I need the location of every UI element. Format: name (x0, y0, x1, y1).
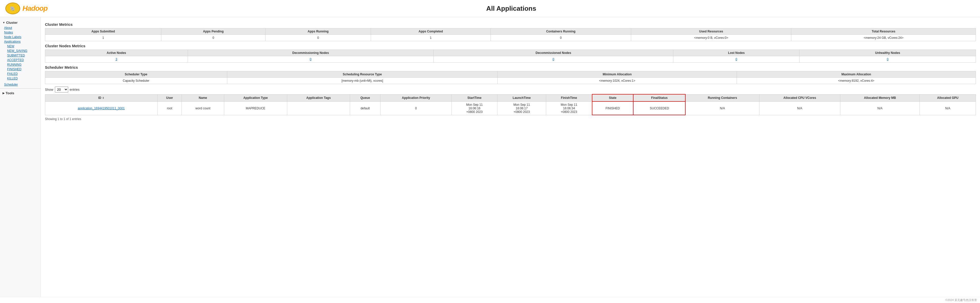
sidebar-item-running[interactable]: RUNNING (0, 62, 41, 67)
cell-id[interactable]: application_1694419501011_0001 (45, 101, 158, 115)
sidebar-item-scheduler[interactable]: Scheduler (0, 82, 41, 87)
sidebar-item-applications[interactable]: Applications (0, 39, 41, 44)
sidebar-item-nodes[interactable]: Nodes (0, 30, 41, 35)
applications-table-wrapper: ID ⇕ User Name Application Type Applicat… (45, 94, 976, 115)
cluster-nodes-table: Active Nodes Decommissioning Nodes Decom… (45, 49, 976, 62)
content-area: Cluster Metrics Apps Submitted Apps Pend… (41, 17, 980, 297)
th-final-status: FinalStatus (633, 94, 685, 101)
th-app-type: Application Type (224, 94, 287, 101)
sidebar-item-accepted[interactable]: ACCEPTED (0, 58, 41, 62)
cluster-metrics-table: Apps Submitted Apps Pending Apps Running… (45, 28, 976, 41)
th-finish-time: FinishTime (546, 94, 592, 101)
main-layout: ▼ Cluster About Nodes Node Labels Applic… (0, 17, 980, 297)
cell-finish-time: Mon Sep 11 16:06:34 +0800 2023 (546, 101, 592, 115)
val-apps-pending: 0 (161, 35, 266, 41)
col-used-resources: Used Resources (631, 28, 791, 35)
app-table-header-row: ID ⇕ User Name Application Type Applicat… (45, 94, 976, 101)
sidebar-item-new[interactable]: NEW (0, 44, 41, 49)
cluster-triangle-icon: ▼ (3, 21, 5, 24)
header: 🐘 Hadoop All Applications (0, 0, 980, 17)
scheduler-metrics-row: Capacity Scheduler [memory-mb (unit=Mi),… (45, 78, 976, 84)
val-scheduler-type: Capacity Scheduler (45, 78, 227, 84)
sidebar-item-finished[interactable]: FINISHED (0, 67, 41, 72)
sidebar-item-about[interactable]: About (0, 26, 41, 30)
th-app-tags: Application Tags (287, 94, 350, 101)
cluster-nodes-title: Cluster Nodes Metrics (45, 44, 976, 48)
cell-launch-time: Mon Sep 11 16:06:17 +0800 2023 (497, 101, 546, 115)
scheduler-metrics-title: Scheduler Metrics (45, 65, 976, 70)
cluster-label: Cluster (6, 21, 18, 24)
cluster-metrics-title: Cluster Metrics (45, 22, 976, 27)
th-running-containers: Running Containers (685, 94, 759, 101)
th-alloc-cpu: Allocated CPU VCores (759, 94, 840, 101)
cell-name: word count (182, 101, 224, 115)
th-state: State (592, 94, 633, 101)
val-used-resources: <memory:0 B, vCores:0> (631, 35, 791, 41)
val-max-allocation: <memory:8192, vCores:4> (737, 78, 976, 84)
copyright-text: ©2024 某无趣号杰汉有害 (945, 298, 977, 301)
th-launch-time: LaunchTime (497, 94, 546, 101)
sidebar: ▼ Cluster About Nodes Node Labels Applic… (0, 17, 41, 297)
page-title: All Applications (48, 5, 975, 13)
th-user: User (157, 94, 182, 101)
th-alloc-gpu: Allocated GPU (920, 94, 976, 101)
sidebar-item-killed[interactable]: KILLED (0, 76, 41, 81)
val-total-resources: <memory:24 GB, vCores:24> (791, 35, 976, 41)
val-decommissioned-nodes[interactable]: 0 (434, 56, 673, 62)
col-apps-submitted: Apps Submitted (45, 28, 161, 35)
tools-label: Tools (6, 91, 14, 95)
col-total-resources: Total Resources (791, 28, 976, 35)
tools-section: ▶ Tools (0, 90, 41, 96)
cell-alloc-gpu: N/A (920, 101, 976, 115)
th-alloc-mem: Allocated Memory MB (840, 94, 920, 101)
cell-alloc-cpu: N/A (759, 101, 840, 115)
cell-alloc-mem: N/A (840, 101, 920, 115)
th-id[interactable]: ID ⇕ (45, 94, 158, 101)
val-apps-completed: 1 (371, 35, 490, 41)
hadoop-logo-text: Hadoop (22, 4, 48, 13)
val-unhealthy-nodes[interactable]: 0 (799, 56, 976, 62)
cell-state: FINISHED (592, 101, 633, 115)
sort-arrow-icon: ⇕ (102, 97, 104, 99)
val-active-nodes[interactable]: 3 (45, 56, 188, 62)
cluster-nodes-row: 3 0 0 0 0 (45, 56, 976, 62)
val-scheduling-resource-type: [memory-mb (unit=Mi), vcores] (227, 78, 498, 84)
sidebar-item-node-labels[interactable]: Node Labels (0, 35, 41, 39)
col-unhealthy-nodes: Unhealthy Nodes (799, 50, 976, 56)
col-apps-pending: Apps Pending (161, 28, 266, 35)
val-min-allocation: <memory:1024, vCores:1> (498, 78, 737, 84)
col-apps-running: Apps Running (265, 28, 371, 35)
entries-select[interactable]: 10 20 25 50 100 (55, 87, 68, 92)
cluster-section-header[interactable]: ▼ Cluster (0, 20, 41, 26)
col-min-allocation: Minimum Allocation (498, 71, 737, 78)
th-name: Name (182, 94, 224, 101)
hadoop-logo-icon: 🐘 (5, 2, 21, 15)
th-queue: Queue (350, 94, 380, 101)
col-active-nodes: Active Nodes (45, 50, 188, 56)
col-scheduler-type: Scheduler Type (45, 71, 227, 78)
val-containers-running: 0 (490, 35, 631, 41)
val-decommissioning-nodes[interactable]: 0 (188, 56, 434, 62)
cell-priority: 0 (380, 101, 452, 115)
sidebar-item-new-saving[interactable]: NEW_SAVING (0, 49, 41, 53)
val-lost-nodes[interactable]: 0 (673, 56, 799, 62)
cell-running-containers: N/A (685, 101, 759, 115)
sidebar-item-submitted[interactable]: SUBMITTED (0, 53, 41, 58)
cell-start-time: Mon Sep 11 16:06:16 +0800 2023 (452, 101, 497, 115)
val-apps-submitted: 1 (45, 35, 161, 41)
col-lost-nodes: Lost Nodes (673, 50, 799, 56)
show-entries-control: Show 10 20 25 50 100 entries (45, 87, 976, 92)
entries-label: entries (70, 88, 80, 91)
sidebar-item-failed[interactable]: FAILED (0, 72, 41, 76)
col-containers-running: Containers Running (490, 28, 631, 35)
cell-queue: default (350, 101, 380, 115)
cell-user: root (157, 101, 182, 115)
tools-triangle-icon: ▶ (3, 92, 5, 94)
th-app-priority: Application Priority (380, 94, 452, 101)
show-label: Show (45, 88, 53, 91)
col-max-allocation: Maximum Allocation (737, 71, 976, 78)
tools-section-header[interactable]: ▶ Tools (0, 90, 41, 96)
col-decommissioned-nodes: Decommissioned Nodes (434, 50, 673, 56)
col-apps-completed: Apps Completed (371, 28, 490, 35)
cell-final-status: SUCCEEDED (633, 101, 685, 115)
